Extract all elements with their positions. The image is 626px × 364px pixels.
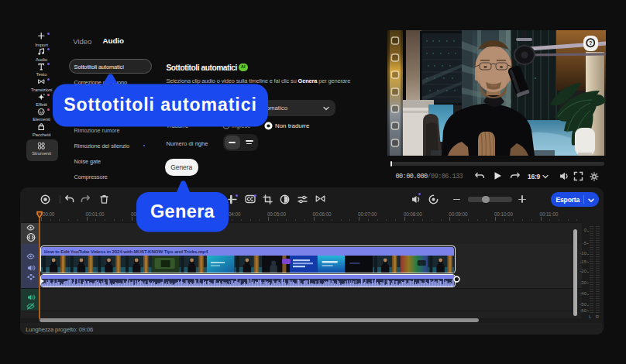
svg-text:?: ? <box>589 39 593 46</box>
